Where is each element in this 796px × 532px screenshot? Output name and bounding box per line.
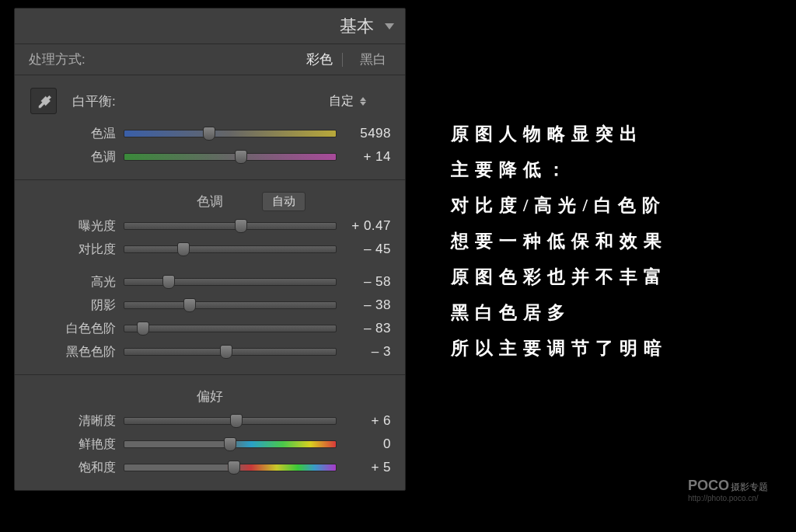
annotation-line-2: 主要降低： xyxy=(451,152,777,188)
contrast-value[interactable]: – 45 xyxy=(344,242,391,257)
watermark-sub: 摄影专题 xyxy=(731,482,768,492)
annotation-line-3: 对比度/高光/白色阶 xyxy=(451,188,777,224)
watermark: POCO摄影专题 http://photo.poco.cn/ xyxy=(688,478,768,502)
exposure-row: 曝光度 + 0.47 xyxy=(15,214,405,238)
eyedropper-tool[interactable] xyxy=(30,88,57,114)
basic-panel: 基本 处理方式: 彩色 黑白 白平衡: 自定 色温 xyxy=(14,8,406,491)
clarity-row: 清晰度 + 6 xyxy=(15,409,405,433)
exposure-slider[interactable] xyxy=(124,222,337,230)
select-arrows-icon xyxy=(360,97,366,106)
saturation-value[interactable]: + 5 xyxy=(344,460,391,475)
whites-thumb[interactable] xyxy=(137,322,149,336)
wb-preset-select[interactable]: 自定 xyxy=(329,93,366,110)
saturation-slider[interactable] xyxy=(124,464,337,471)
blacks-label: 黑色色阶 xyxy=(15,344,124,360)
auto-tone-button[interactable]: 自动 xyxy=(262,192,305,211)
saturation-label: 饱和度 xyxy=(15,460,124,476)
whites-slider[interactable] xyxy=(124,325,337,332)
whites-label: 白色色阶 xyxy=(15,321,124,337)
temp-thumb[interactable] xyxy=(203,127,215,141)
shadows-thumb[interactable] xyxy=(183,298,196,312)
treatment-row: 处理方式: 彩色 黑白 xyxy=(15,44,405,75)
tint-slider[interactable] xyxy=(124,153,337,161)
blacks-slider[interactable] xyxy=(124,348,337,356)
shadows-slider[interactable] xyxy=(124,301,337,309)
shadows-row: 阴影 – 38 xyxy=(15,294,405,317)
watermark-brand: POCO xyxy=(688,478,729,493)
vibrance-thumb[interactable] xyxy=(224,437,236,451)
annotation-line-5: 原图色彩也并不丰富 xyxy=(451,259,777,295)
saturation-row: 饱和度 + 5 xyxy=(15,456,405,479)
blacks-row: 黑色色阶 – 3 xyxy=(15,340,405,363)
highlights-label: 高光 xyxy=(15,274,124,290)
collapse-icon[interactable] xyxy=(385,23,394,30)
contrast-thumb[interactable] xyxy=(177,242,190,256)
highlights-row: 高光 – 58 xyxy=(15,270,405,294)
vibrance-label: 鲜艳度 xyxy=(15,436,124,453)
highlights-slider[interactable] xyxy=(124,278,337,286)
tint-label: 色调 xyxy=(15,149,124,165)
tone-title: 色调 xyxy=(197,193,223,210)
exposure-value[interactable]: + 0.47 xyxy=(344,218,391,234)
wb-label: 白平衡: xyxy=(72,92,329,110)
clarity-thumb[interactable] xyxy=(230,414,243,428)
panel-title: 基本 xyxy=(340,15,374,38)
highlights-thumb[interactable] xyxy=(162,275,175,289)
watermark-url: http://photo.poco.cn/ xyxy=(688,494,768,502)
saturation-thumb[interactable] xyxy=(228,461,240,475)
blacks-value[interactable]: – 3 xyxy=(344,344,391,360)
whites-value[interactable]: – 83 xyxy=(344,321,391,336)
temp-value[interactable]: 5498 xyxy=(344,126,391,141)
vibrance-value[interactable]: 0 xyxy=(344,436,391,452)
clarity-label: 清晰度 xyxy=(15,413,124,429)
wb-section: 白平衡: 自定 色温 5498 色调 + 14 xyxy=(15,75,405,180)
vibrance-row: 鲜艳度 0 xyxy=(15,433,405,456)
temp-slider[interactable] xyxy=(124,130,337,137)
annotation-line-1: 原图人物略显突出 xyxy=(451,116,777,152)
panel-header[interactable]: 基本 xyxy=(15,9,405,44)
exposure-label: 曝光度 xyxy=(15,218,124,235)
treatment-bw[interactable]: 黑白 xyxy=(355,50,391,68)
wb-preset-value: 自定 xyxy=(329,93,354,110)
shadows-label: 阴影 xyxy=(15,297,124,314)
vibrance-slider[interactable] xyxy=(124,440,337,448)
eyedropper-icon xyxy=(35,92,52,110)
annotation-line-6: 黑白色居多 xyxy=(451,295,777,331)
annotation-line-4: 想要一种低保和效果 xyxy=(451,224,777,259)
annotation-text: 原图人物略显突出 主要降低： 对比度/高光/白色阶 想要一种低保和效果 原图色彩… xyxy=(451,116,777,367)
presence-title: 偏好 xyxy=(197,388,223,405)
temp-label: 色温 xyxy=(15,126,124,142)
contrast-label: 对比度 xyxy=(15,242,124,258)
treatment-color[interactable]: 彩色 xyxy=(302,50,337,68)
presence-section: 偏好 清晰度 + 6 鲜艳度 0 饱和度 + 5 xyxy=(15,375,405,490)
treatment-label: 处理方式: xyxy=(29,50,86,68)
temp-row: 色温 5498 xyxy=(15,122,405,145)
tint-row: 色调 + 14 xyxy=(15,145,405,169)
clarity-slider[interactable] xyxy=(124,417,337,425)
treatment-divider xyxy=(342,53,343,67)
tone-section: 色调 自动 曝光度 + 0.47 对比度 – 45 高光 – 58 阴影 xyxy=(15,180,405,375)
blacks-thumb[interactable] xyxy=(220,345,232,359)
annotation-line-7: 所以主要调节了明暗 xyxy=(451,331,777,367)
shadows-value[interactable]: – 38 xyxy=(344,297,391,313)
contrast-row: 对比度 – 45 xyxy=(15,238,405,261)
whites-row: 白色色阶 – 83 xyxy=(15,317,405,340)
clarity-value[interactable]: + 6 xyxy=(344,413,391,429)
tint-value[interactable]: + 14 xyxy=(344,149,391,165)
highlights-value[interactable]: – 58 xyxy=(344,274,391,290)
contrast-slider[interactable] xyxy=(124,245,337,253)
tint-thumb[interactable] xyxy=(235,150,247,164)
exposure-thumb[interactable] xyxy=(235,219,247,233)
